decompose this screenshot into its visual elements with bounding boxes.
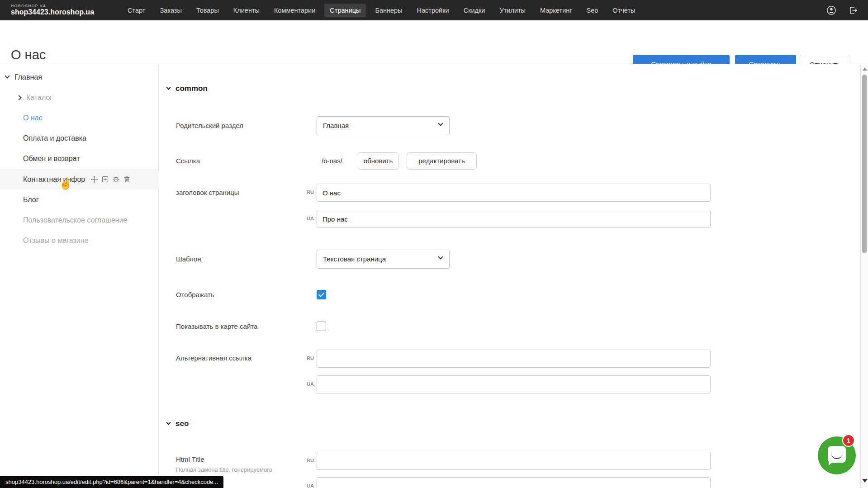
- vertical-scrollbar[interactable]: [860, 64, 868, 488]
- menu-seo[interactable]: Seo: [581, 4, 604, 17]
- lang-ua-badge: UA: [302, 381, 314, 387]
- menu-comments[interactable]: Комментарии: [269, 4, 321, 17]
- sitemap-label: Показывать в карте сайта: [176, 322, 257, 330]
- display-label: Отображать: [176, 291, 214, 298]
- lang-ua-badge: UA: [302, 483, 314, 488]
- delete-trash-icon[interactable]: [123, 175, 131, 183]
- sidebar-item-oplata[interactable]: Оплата и доставка: [0, 128, 159, 148]
- menu-orders[interactable]: Заказы: [154, 4, 187, 17]
- display-checkbox[interactable]: [317, 290, 326, 299]
- chevron-right-icon[interactable]: [16, 95, 21, 100]
- main-menu: Старт Заказы Товары Клиенты Комментарии …: [122, 4, 640, 17]
- brand-logo[interactable]: HOROSHOP V4 shop34423.horoshop.ua: [11, 4, 94, 16]
- lang-ru-badge: RU: [302, 190, 314, 195]
- status-url-tooltip: shop34423.horoshop.ua/edit/edit.php?id=6…: [0, 476, 223, 488]
- html-title-ua-input[interactable]: [317, 477, 711, 488]
- menu-reports[interactable]: Отчеты: [607, 4, 640, 17]
- lang-ru-badge: RU: [302, 458, 314, 463]
- page-title-ru-input[interactable]: [317, 184, 711, 202]
- account-icon[interactable]: [826, 5, 836, 15]
- sidebar-item-blog[interactable]: Блог: [0, 190, 159, 210]
- brand-domain: shop34423.horoshop.ua: [11, 9, 94, 16]
- chevron-down-icon: [438, 254, 443, 259]
- menu-marketing[interactable]: Маркетинг: [535, 4, 578, 17]
- chat-unread-badge: 1: [842, 434, 855, 447]
- sidebar-item-o-nas[interactable]: О нас: [0, 108, 159, 128]
- scrollbar-thumb[interactable]: [862, 75, 867, 253]
- menu-settings[interactable]: Настройки: [412, 4, 455, 17]
- alt-link-label: Альтернативная ссылка: [176, 354, 251, 362]
- sidebar-item-katalog[interactable]: Каталог: [0, 87, 159, 108]
- chat-bubble-icon: [828, 446, 846, 463]
- sidebar-item-soglashenie[interactable]: Пользовательское соглашение: [0, 210, 159, 230]
- chat-smile-icon: [831, 454, 842, 459]
- edit-link-button[interactable]: редактировать: [407, 152, 477, 170]
- alt-link-ru-input[interactable]: [317, 350, 711, 368]
- link-value: /o-nas/: [322, 157, 342, 165]
- page-title-label: заголовок страницы: [176, 189, 239, 196]
- update-link-button[interactable]: обновить: [358, 152, 398, 170]
- chevron-down-icon: [166, 421, 171, 425]
- section-seo-toggle[interactable]: seo: [167, 419, 189, 428]
- menu-banners[interactable]: Баннеры: [370, 4, 408, 17]
- pages-tree-sidebar: Главная Каталог О нас Оплата и доставка …: [0, 64, 159, 488]
- chevron-down-icon: [166, 85, 171, 90]
- link-label: Ссылка: [176, 157, 200, 165]
- menu-start[interactable]: Старт: [122, 4, 151, 17]
- parent-section-label: Родительский раздел: [176, 122, 243, 129]
- logout-icon[interactable]: [848, 5, 858, 15]
- template-label: Шаблон: [176, 255, 201, 263]
- html-title-ru-input[interactable]: [317, 452, 711, 470]
- add-page-icon[interactable]: [101, 175, 109, 183]
- page: HOROSHOP V4 shop34423.horoshop.ua Старт …: [0, 0, 868, 488]
- page-title-ua-input[interactable]: [317, 210, 711, 228]
- chevron-down-icon[interactable]: [5, 73, 9, 78]
- parent-section-select[interactable]: Главная: [317, 116, 450, 135]
- menu-pages[interactable]: Страницы: [324, 4, 366, 17]
- menu-products[interactable]: Товары: [191, 4, 224, 17]
- menu-clients[interactable]: Клиенты: [228, 4, 265, 17]
- alt-link-ua-input[interactable]: [317, 375, 711, 393]
- sidebar-item-obmen[interactable]: Обмен и возврат: [0, 148, 159, 169]
- sidebar-item-otzyvy[interactable]: Отзывы о магазине: [0, 230, 159, 251]
- menu-utilities[interactable]: Утилиты: [494, 4, 531, 17]
- html-title-hint: Полная замена title, генерируемого: [176, 466, 272, 473]
- page-title: О нас: [11, 47, 46, 62]
- section-common-toggle[interactable]: common: [167, 84, 208, 93]
- page-edit-form: common Родительский раздел Главная Ссылк…: [159, 64, 860, 488]
- html-title-label: Html Title: [176, 455, 204, 463]
- scroll-up-button[interactable]: [863, 67, 867, 71]
- template-select[interactable]: Текстовая страница: [317, 250, 450, 269]
- lang-ru-badge: RU: [302, 355, 314, 361]
- sitemap-checkbox[interactable]: [317, 322, 326, 331]
- move-icon[interactable]: [90, 175, 98, 183]
- sidebar-item-glavnaya[interactable]: Главная: [0, 67, 159, 87]
- sidebar-item-kontaktnaya[interactable]: Контактная инфор: [0, 169, 159, 190]
- settings-gear-icon[interactable]: [112, 175, 120, 183]
- scroll-down-button[interactable]: [862, 479, 868, 483]
- topbar-icons: [826, 5, 858, 15]
- menu-discounts[interactable]: Скидки: [458, 4, 491, 17]
- lang-ua-badge: UA: [302, 216, 314, 221]
- tree-item-actions: [90, 175, 131, 183]
- top-navigation-bar: HOROSHOP V4 shop34423.horoshop.ua Старт …: [0, 0, 868, 20]
- chevron-down-icon: [438, 121, 443, 126]
- page-header: О нас Сохранить и выйти Сохранить Отмени…: [0, 20, 868, 63]
